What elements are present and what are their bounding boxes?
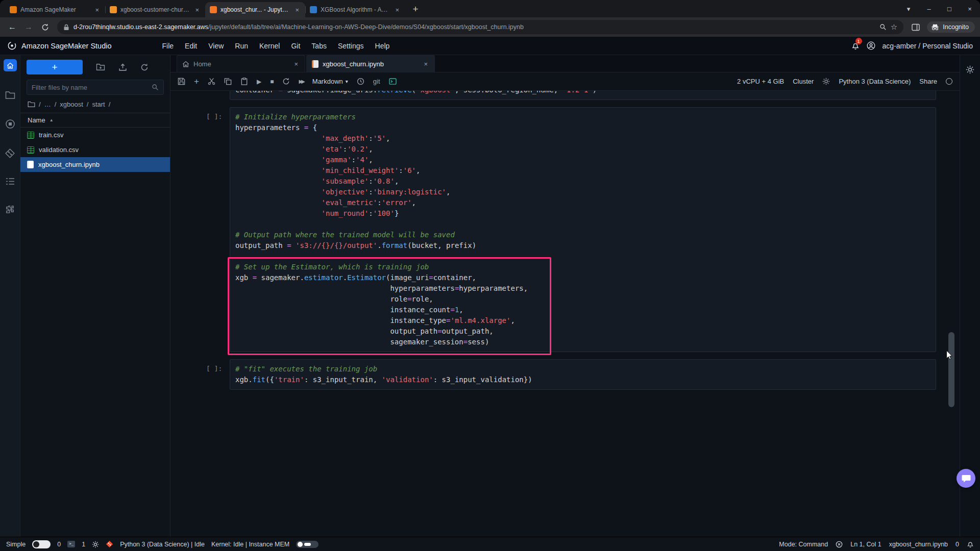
menu-run[interactable]: Run xyxy=(229,42,254,50)
close-icon[interactable]: × xyxy=(394,6,401,14)
close-window-button[interactable]: × xyxy=(960,0,980,17)
new-folder-button[interactable] xyxy=(96,63,105,71)
simple-mode-toggle[interactable] xyxy=(32,540,51,548)
accessibility-button[interactable] xyxy=(836,541,843,548)
notification-badge: 1 xyxy=(855,38,862,44)
insert-cell-button[interactable]: + xyxy=(194,77,199,86)
cursor-position-label[interactable]: Ln 1, Col 1 xyxy=(850,541,881,548)
instance-resources-label[interactable]: 2 vCPU + 4 GiB xyxy=(737,78,784,85)
home-rail-button[interactable] xyxy=(4,59,17,71)
restart-kernel-button[interactable] xyxy=(282,78,290,85)
active-file-label[interactable]: xgboost_churn.ipynb xyxy=(889,541,948,548)
file-row-validation-csv[interactable]: validation.csv xyxy=(20,142,170,157)
close-icon[interactable]: × xyxy=(292,60,300,68)
share-button[interactable]: Share xyxy=(919,78,937,85)
side-panel-icon[interactable] xyxy=(909,20,923,34)
browser-tab-xgboost-docs[interactable]: XGBoost Algorithm - Amazon Sa × xyxy=(305,2,405,17)
notifications-button[interactable]: 1 xyxy=(851,41,860,50)
kernel-status-icon[interactable] xyxy=(946,78,952,85)
url-text[interactable]: d-2rou7thinqlw.studio.us-east-2.sagemake… xyxy=(74,23,875,31)
status-settings-button[interactable] xyxy=(92,541,99,548)
new-tab-button[interactable]: + xyxy=(408,2,423,16)
browser-tab-churn-repo[interactable]: xgboost-customer-churn-acg-ai × xyxy=(105,2,205,17)
kernel-name-label[interactable]: Python 3 (Data Science) xyxy=(839,78,911,85)
menu-tabs[interactable]: Tabs xyxy=(306,42,332,50)
file-browser-rail-button[interactable] xyxy=(5,91,15,99)
forward-button[interactable]: → xyxy=(21,20,36,34)
notebook-cell-clipped[interactable]: container = sagemaker.image_uris.retriev… xyxy=(206,91,936,100)
name-column-header[interactable]: Name xyxy=(28,116,45,124)
refresh-files-button[interactable] xyxy=(140,63,149,71)
crumb-start[interactable]: start xyxy=(92,101,105,108)
reload-button[interactable] xyxy=(38,20,52,34)
close-icon[interactable]: × xyxy=(422,60,429,68)
instance-mem-label[interactable]: Kernel: Idle | Instance MEM xyxy=(211,541,289,548)
doc-tab-home[interactable]: Home × xyxy=(177,55,305,72)
doc-tab-xgboost-churn[interactable]: xgboost_churn.ipynb × xyxy=(306,55,435,72)
studio-lab-button[interactable] xyxy=(389,78,397,85)
address-bar[interactable]: d-2rou7thinqlw.studio.us-east-2.sagemake… xyxy=(57,20,903,34)
notebook-cell-hyperparameters[interactable]: [ ]: # Initialize hyperparametershyperpa… xyxy=(206,107,936,352)
user-avatar-icon[interactable] xyxy=(867,41,875,50)
menu-settings[interactable]: Settings xyxy=(332,42,370,50)
tab-search-icon[interactable]: ▾ xyxy=(898,0,919,17)
file-filter-box[interactable] xyxy=(27,80,164,95)
upload-button[interactable] xyxy=(118,63,127,71)
notebook-cell-fit[interactable]: [ ]: # "fit" executes the training jobxg… xyxy=(206,359,936,390)
file-row-xgboost-churn-ipynb[interactable]: xgboost_churn.ipynb xyxy=(20,157,170,172)
minimize-button[interactable]: – xyxy=(919,0,939,17)
menu-edit[interactable]: Edit xyxy=(179,42,203,50)
restart-run-all-button[interactable]: ▶▶ xyxy=(299,79,303,84)
maximize-button[interactable]: □ xyxy=(939,0,960,17)
extensions-rail-button[interactable] xyxy=(5,205,15,214)
git-status-button[interactable] xyxy=(106,540,113,548)
running-kernels-rail-button[interactable] xyxy=(5,119,15,129)
file-row-train-csv[interactable]: train.csv xyxy=(20,128,170,142)
copy-cells-button[interactable] xyxy=(224,78,232,85)
code-editor[interactable]: # "fit" executes the training jobxgb.fit… xyxy=(230,359,936,390)
file-filter-input[interactable] xyxy=(32,84,149,91)
close-icon[interactable]: × xyxy=(93,6,101,14)
back-button[interactable]: ← xyxy=(5,20,19,34)
crumb-ellipsis[interactable]: … xyxy=(44,101,51,108)
git-rail-button[interactable] xyxy=(5,148,15,158)
git-toolbar-label[interactable]: git xyxy=(373,78,380,85)
browser-tab-jupyterlab[interactable]: xgboost_chur... - JupyterLab × xyxy=(205,2,305,17)
kernel-state-label[interactable]: Python 3 (Data Science) | Idle xyxy=(120,541,205,548)
account-label[interactable]: acg-amber / Personal Studio xyxy=(883,42,973,50)
new-launcher-button[interactable]: + xyxy=(27,60,83,74)
stop-kernel-button[interactable]: ■ xyxy=(270,79,274,85)
menu-view[interactable]: View xyxy=(203,42,229,50)
run-cell-button[interactable]: ▶ xyxy=(257,79,261,85)
browser-tab-sagemaker-console[interactable]: Amazon SageMaker × xyxy=(5,2,105,17)
crumb-xgboost[interactable]: xgboost xyxy=(60,101,83,108)
cluster-label[interactable]: Cluster xyxy=(793,78,814,85)
studio-menus: File Edit View Run Kernel Git Tabs Setti… xyxy=(157,42,396,50)
instance-settings-button[interactable] xyxy=(822,78,830,85)
history-button[interactable] xyxy=(357,78,364,85)
code-editor[interactable]: container = sagemaker.image_uris.retriev… xyxy=(230,91,936,100)
save-button[interactable] xyxy=(178,78,185,85)
cut-cells-button[interactable] xyxy=(208,78,215,85)
file-list-header[interactable]: Name ▲ xyxy=(20,113,170,128)
close-icon[interactable]: × xyxy=(293,6,301,14)
root-folder-icon[interactable] xyxy=(28,101,35,108)
status-bell-button[interactable] xyxy=(967,540,974,548)
git-icon xyxy=(5,148,15,158)
menu-file[interactable]: File xyxy=(157,42,180,50)
bookmark-star-icon[interactable]: ☆ xyxy=(891,22,897,32)
cell-type-dropdown[interactable]: Markdown ▾ xyxy=(312,78,348,85)
command-mode-label[interactable]: Mode: Command xyxy=(779,541,828,548)
close-icon[interactable]: × xyxy=(193,6,201,14)
scrollbar-thumb[interactable] xyxy=(948,332,954,407)
paste-cells-button[interactable] xyxy=(240,78,248,85)
table-of-contents-rail-button[interactable] xyxy=(6,178,15,185)
settings-gear-button[interactable] xyxy=(966,65,974,74)
notebook-scroll-area[interactable]: container = sagemaker.image_uris.retriev… xyxy=(170,91,960,537)
menu-git[interactable]: Git xyxy=(285,42,306,50)
zoom-icon[interactable] xyxy=(879,23,887,31)
code-editor[interactable]: # Initialize hyperparametershyperparamet… xyxy=(230,107,936,352)
chat-widget-button[interactable] xyxy=(957,469,975,488)
menu-help[interactable]: Help xyxy=(370,42,396,50)
menu-kernel[interactable]: Kernel xyxy=(254,42,285,50)
